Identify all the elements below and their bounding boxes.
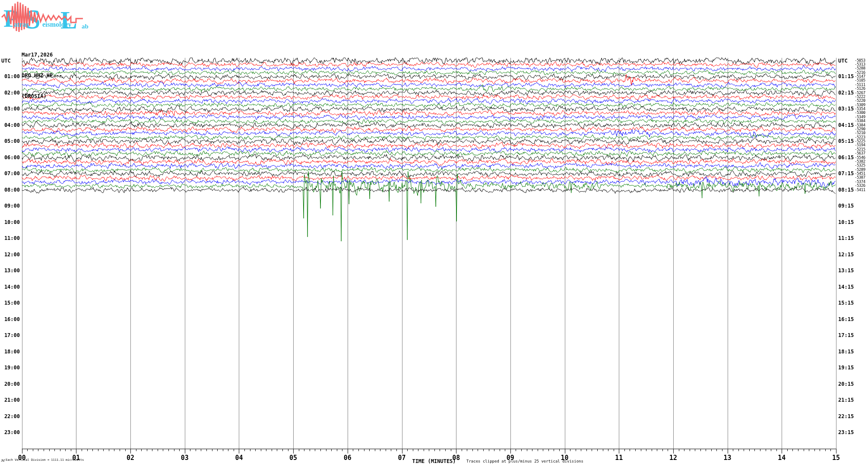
hour-label-left: 22:00 xyxy=(0,414,20,419)
minute-tick-label: 15 xyxy=(827,454,845,462)
hour-label-right: 02:15 xyxy=(838,90,854,95)
hour-label-right: 08:15 xyxy=(838,187,854,192)
seismogram-canvas xyxy=(0,0,868,466)
hour-label-right: 12:15 xyxy=(838,252,854,257)
hour-label-right: 21:15 xyxy=(838,397,854,403)
hour-label-right: 16:15 xyxy=(838,317,854,322)
utc-label-left: UTC xyxy=(1,58,11,64)
trace-offset-label: -5326 xyxy=(855,184,865,188)
hour-label-right: 03:15 xyxy=(838,106,854,111)
hour-label-right: 13:15 xyxy=(838,268,854,273)
hour-label-right: 11:15 xyxy=(838,236,854,241)
plot-date: Mar17,2026 xyxy=(22,51,62,58)
trace-offset-label: -5384 xyxy=(855,119,865,123)
logo-word-ab: ab xyxy=(82,23,89,30)
hour-label-right: 15:15 xyxy=(838,300,854,305)
station-name: (DROSIA) xyxy=(22,93,62,100)
hour-label-right: 06:15 xyxy=(838,155,854,160)
hour-label-left: 15:00 xyxy=(0,300,20,305)
minute-tick-label: 06 xyxy=(339,454,356,462)
watermark-glyph: M xyxy=(1,459,4,463)
hour-label-left: 21:00 xyxy=(0,397,20,403)
minute-tick-label: 14 xyxy=(773,454,790,462)
x-axis-title: TIME (MINUTES) xyxy=(399,458,469,464)
clipping-note: Traces clipped at plus/minus 25 vertical… xyxy=(466,459,583,463)
hour-label-right: 01:15 xyxy=(838,74,854,79)
trace-offset-label: -5126 xyxy=(855,87,865,91)
trace-offset-label: -5288 xyxy=(855,66,865,70)
hour-label-right: 14:15 xyxy=(838,284,854,290)
minute-tick-label: 03 xyxy=(176,454,193,462)
webicorder-page: { "logo": { "letters": ["P","S","L"], "w… xyxy=(0,0,868,466)
trace-offset-label: -5210 xyxy=(855,131,865,135)
hour-label-right: 20:15 xyxy=(838,381,854,387)
hour-label-left: 07:00 xyxy=(0,171,20,176)
hour-label-right: 04:15 xyxy=(838,123,854,128)
minute-tick-label: 12 xyxy=(665,454,682,462)
hour-label-left: 01:00 xyxy=(0,74,20,79)
minute-tick-label: 13 xyxy=(719,454,736,462)
hour-label-left: 10:00 xyxy=(0,220,20,225)
psl-logo: P S L atras eismology ab xyxy=(1,0,89,35)
hour-label-left: 08:00 xyxy=(0,187,20,192)
hour-label-right: 09:15 xyxy=(838,203,854,208)
logo-word-atras: atras xyxy=(14,21,29,28)
utc-label-right: UTC xyxy=(838,58,848,64)
hour-label-left: 03:00 xyxy=(0,106,20,111)
hour-label-left: 11:00 xyxy=(0,236,20,241)
hour-label-right: 05:15 xyxy=(838,139,854,144)
hour-label-right: 19:15 xyxy=(838,365,854,370)
trace-offset-label: -5325 xyxy=(855,164,865,167)
hour-label-left: 16:00 xyxy=(0,317,20,322)
trace-offset-label: -5411 xyxy=(855,188,865,192)
hour-label-left: 04:00 xyxy=(0,123,20,128)
hour-label-right: 18:15 xyxy=(838,349,854,354)
trace-offset-label: -5637 xyxy=(855,151,865,155)
hour-label-left: 05:00 xyxy=(0,139,20,144)
hour-label-right: 10:15 xyxy=(838,220,854,225)
hour-label-right: 22:15 xyxy=(838,414,854,419)
hour-label-left: 17:00 xyxy=(0,333,20,338)
hour-label-left: 12:00 xyxy=(0,252,20,257)
hour-label-left: 18:00 xyxy=(0,349,20,354)
hour-label-left: 23:00 xyxy=(0,430,20,435)
hour-label-left: 02:00 xyxy=(0,90,20,95)
hour-label-left: 19:00 xyxy=(0,365,20,370)
minute-tick-label: 11 xyxy=(610,454,627,462)
hour-label-left: 13:00 xyxy=(0,268,20,273)
hour-label-left: 06:00 xyxy=(0,155,20,160)
hour-label-left: 14:00 xyxy=(0,284,20,290)
minute-tick-label: 04 xyxy=(230,454,247,462)
hour-label-left: 20:00 xyxy=(0,381,20,387)
logo-word-eismology: eismology xyxy=(42,21,72,28)
trace-offset-label: -5220 xyxy=(855,99,865,103)
hour-label-right: 23:15 xyxy=(838,430,854,435)
minute-tick-label: 05 xyxy=(285,454,302,462)
minute-tick-label: 02 xyxy=(122,454,139,462)
station-code: DRO HHZ HP -- xyxy=(22,72,62,79)
hour-label-right: 07:15 xyxy=(838,171,854,176)
vertical-division-note: Each Vertical Division = 1111.11 microvo… xyxy=(6,458,84,462)
hour-label-right: 17:15 xyxy=(838,333,854,338)
plot-header: Mar17,2026 DRO HHZ HP -- (DROSIA) xyxy=(22,38,62,107)
hour-label-left: 09:00 xyxy=(0,203,20,208)
